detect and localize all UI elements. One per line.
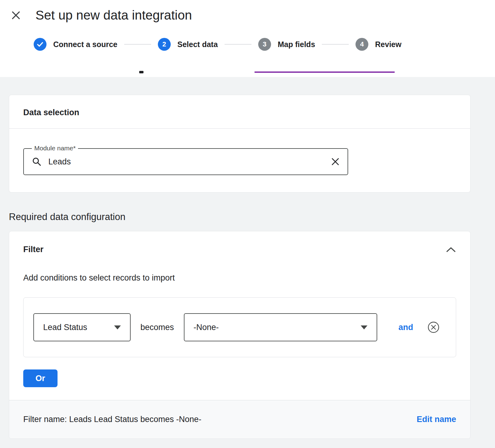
step-2-label: Select data bbox=[177, 40, 218, 49]
step-3-label: Map fields bbox=[278, 40, 315, 49]
data-selection-title: Data selection bbox=[9, 95, 470, 129]
filter-header: Filter bbox=[9, 231, 470, 254]
condition-operator: becomes bbox=[140, 323, 174, 332]
dialog-setup-data-integration: Set up new data integration Connect a so… bbox=[0, 0, 495, 448]
condition-field-value: Lead Status bbox=[43, 323, 87, 332]
step-1-check-circle bbox=[34, 38, 47, 51]
step-4-circle: 4 bbox=[355, 38, 368, 51]
filter-name-text: Filter name: Leads Lead Status becomes -… bbox=[23, 415, 201, 424]
condition-value-text: -None- bbox=[194, 323, 219, 332]
filter-title: Filter bbox=[23, 245, 43, 254]
stepper-connector bbox=[225, 44, 251, 45]
clear-icon[interactable] bbox=[331, 157, 340, 166]
caret-down-icon bbox=[114, 325, 121, 329]
clipped-text-fragment bbox=[139, 71, 143, 73]
step-4-label: Review bbox=[375, 40, 401, 49]
step-select-data[interactable]: 2 Select data bbox=[158, 38, 218, 51]
module-field-section: Module name* Leads bbox=[9, 129, 470, 192]
condition-value-dropdown[interactable]: -None- bbox=[184, 313, 377, 341]
stepper: Connect a source 2 Select data 3 Map fie… bbox=[34, 38, 495, 51]
filter-footer: Filter name: Leads Lead Status becomes -… bbox=[9, 400, 470, 439]
module-name-label: Module name* bbox=[32, 145, 78, 152]
search-icon bbox=[32, 157, 42, 167]
module-name-field[interactable]: Module name* Leads bbox=[23, 148, 348, 175]
stepper-connector bbox=[322, 44, 349, 45]
dialog-header: Set up new data integration Connect a so… bbox=[0, 0, 495, 77]
and-condition-link[interactable]: and bbox=[399, 323, 413, 332]
step-review[interactable]: 4 Review bbox=[355, 38, 401, 51]
or-button[interactable]: Or bbox=[23, 369, 58, 387]
edit-name-link[interactable]: Edit name bbox=[417, 415, 456, 424]
required-data-configuration-heading: Required data configuration bbox=[9, 211, 471, 222]
filter-condition-row: Lead Status becomes -None- and bbox=[23, 297, 456, 357]
stepper-connector bbox=[124, 44, 151, 45]
caret-down-icon bbox=[361, 325, 367, 329]
dialog-body: Data selection Module name* Leads bbox=[0, 77, 495, 439]
step-connect-a-source[interactable]: Connect a source bbox=[34, 38, 117, 51]
chevron-up-icon[interactable] bbox=[446, 246, 456, 253]
module-name-value: Leads bbox=[48, 157, 331, 167]
step-2-circle: 2 bbox=[158, 38, 171, 51]
close-icon[interactable] bbox=[9, 9, 23, 22]
step-3-circle: 3 bbox=[258, 38, 271, 51]
clipped-link-underline bbox=[255, 72, 395, 73]
condition-field-dropdown[interactable]: Lead Status bbox=[33, 313, 131, 341]
check-icon bbox=[36, 41, 44, 48]
data-selection-card: Data selection Module name* Leads bbox=[9, 95, 471, 193]
step-1-label: Connect a source bbox=[53, 40, 117, 49]
page-title: Set up new data integration bbox=[35, 8, 192, 23]
clipped-text-row bbox=[0, 70, 495, 75]
remove-condition-icon[interactable] bbox=[427, 321, 440, 333]
filter-card: Filter Add conditions to select records … bbox=[9, 231, 471, 439]
title-row: Set up new data integration bbox=[0, 0, 495, 23]
filter-description: Add conditions to select records to impo… bbox=[9, 273, 470, 283]
step-map-fields[interactable]: 3 Map fields bbox=[258, 38, 315, 51]
